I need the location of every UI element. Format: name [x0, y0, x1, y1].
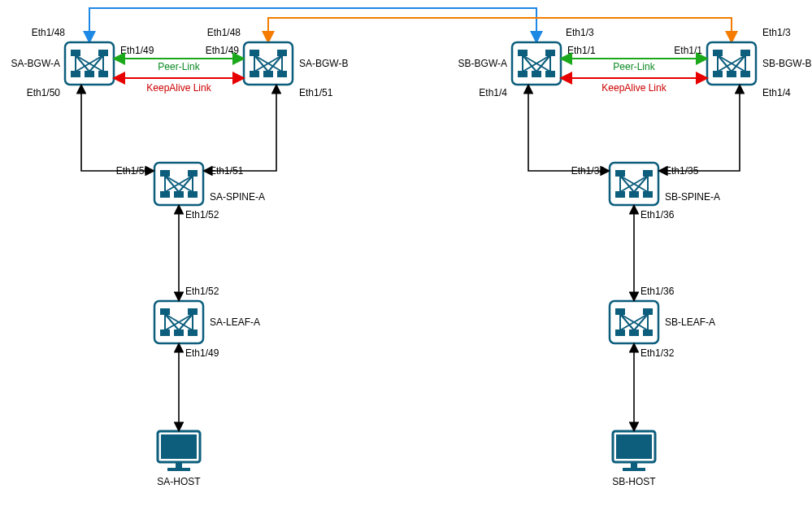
sa-peer-link-label: Peer-Link	[158, 61, 200, 72]
sb-spine-if-down: Eth1/36	[640, 209, 675, 220]
sa-bgw-a-icon	[65, 42, 114, 85]
sb-bgw-a-if-right: Eth1/1	[567, 45, 596, 56]
sa-bgw-a-label: SA-BGW-A	[11, 58, 60, 69]
sa-bgw-a-if-down: Eth1/50	[27, 87, 61, 98]
sb-bgw-a-if-down: Eth1/4	[479, 87, 507, 98]
sa-host-icon	[158, 431, 200, 471]
dci-link-orange	[268, 18, 732, 41]
sb-bgw-a-if-top: Eth1/3	[566, 27, 594, 38]
sb-leaf-if-top: Eth1/36	[640, 286, 675, 297]
sb-spine-a-label: SB-SPINE-A	[665, 191, 720, 203]
network-diagram: SA-BGW-A Eth1/48 Eth1/49 Eth1/50 SA-BGW-…	[0, 0, 812, 515]
sb-bgw-a-to-spine	[528, 86, 608, 171]
sa-leaf-a-icon	[154, 301, 203, 343]
sa-spine-if-down: Eth1/52	[185, 209, 219, 220]
sb-bgw-a-label: SB-BGW-A	[458, 58, 507, 69]
sb-bgw-b-icon	[707, 42, 756, 85]
sb-leaf-a-icon	[610, 301, 658, 343]
sa-leaf-a-label: SA-LEAF-A	[210, 316, 260, 328]
sb-bgw-a-icon	[512, 42, 561, 85]
sa-leaf-if-top: Eth1/52	[185, 286, 219, 297]
sb-bgw-b-label: SB-BGW-B	[762, 58, 811, 69]
sa-bgw-b-if-top: Eth1/48	[207, 27, 241, 38]
sb-peer-link-label: Peer-Link	[613, 61, 655, 72]
sa-bgw-b-to-spine	[205, 86, 276, 171]
sb-host-label: SB-HOST	[612, 476, 656, 487]
sa-bgw-b-icon	[244, 42, 293, 85]
sa-bgw-b-if-left: Eth1/49	[206, 45, 240, 56]
sa-bgw-a-if-top: Eth1/48	[32, 27, 66, 38]
sa-bgw-b-label: SA-BGW-B	[299, 58, 348, 69]
sb-spine-a-icon	[610, 163, 658, 205]
sb-bgw-b-if-left: Eth1/1	[674, 45, 702, 56]
sb-bgw-b-if-top: Eth1/3	[762, 27, 791, 38]
sb-host-icon	[613, 431, 655, 471]
sb-leaf-if-down: Eth1/32	[640, 347, 675, 359]
sa-spine-a-icon	[154, 163, 203, 205]
sb-bgw-b-if-down: Eth1/4	[762, 87, 791, 98]
sa-bgw-a-if-right: Eth1/49	[120, 45, 154, 56]
sa-keepalive-label: KeepAlive Link	[146, 82, 211, 94]
sa-host-label: SA-HOST	[157, 476, 201, 487]
sa-bgw-a-to-spine	[81, 86, 153, 171]
sb-bgw-b-to-spine	[660, 86, 740, 171]
sa-spine-a-label: SA-SPINE-A	[210, 191, 265, 203]
sa-bgw-b-if-down: Eth1/51	[299, 87, 333, 98]
sa-leaf-if-down: Eth1/49	[185, 347, 219, 359]
sb-keepalive-label: KeepAlive Link	[601, 82, 667, 94]
dci-link-blue	[89, 8, 536, 41]
sb-leaf-a-label: SB-LEAF-A	[665, 316, 715, 328]
